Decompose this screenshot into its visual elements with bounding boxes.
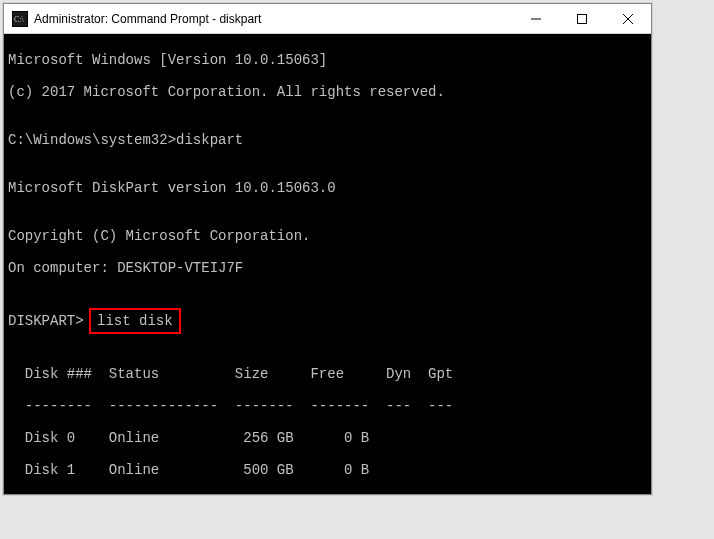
table-row: Disk 0 Online 256 GB 0 B: [8, 430, 647, 446]
diskpart-prompt: DISKPART>: [8, 313, 84, 329]
output-line: Copyright (C) Microsoft Corporation.: [8, 228, 647, 244]
svg-rect-4: [578, 14, 587, 23]
titlebar[interactable]: C:\ Administrator: Command Prompt - disk…: [4, 4, 651, 34]
close-button[interactable]: [605, 4, 651, 33]
window-title: Administrator: Command Prompt - diskpart: [34, 12, 513, 26]
output-line: Microsoft Windows [Version 10.0.15063]: [8, 52, 647, 68]
terminal-area[interactable]: Microsoft Windows [Version 10.0.15063] (…: [4, 34, 651, 494]
output-line: On computer: DESKTOP-VTEIJ7F: [8, 260, 647, 276]
prompt-line: C:\Windows\system32>diskpart: [8, 132, 647, 148]
output-line: Microsoft DiskPart version 10.0.15063.0: [8, 180, 647, 196]
cmd-icon: C:\: [12, 11, 28, 27]
prompt-line: DISKPART> list disk: [8, 308, 647, 334]
svg-text:C:\: C:\: [14, 15, 25, 24]
highlighted-command: list disk: [89, 308, 181, 334]
prompt: C:\Windows\system32>: [8, 132, 176, 148]
window-controls: [513, 4, 651, 33]
table-header: Disk ### Status Size Free Dyn Gpt: [8, 366, 647, 382]
table-row: Disk 1 Online 500 GB 0 B: [8, 462, 647, 478]
minimize-button[interactable]: [513, 4, 559, 33]
command-prompt-window: C:\ Administrator: Command Prompt - disk…: [3, 3, 652, 495]
table-divider: -------- ------------- ------- ------- -…: [8, 398, 647, 414]
command-text: diskpart: [176, 132, 243, 148]
output-line: (c) 2017 Microsoft Corporation. All righ…: [8, 84, 647, 100]
maximize-button[interactable]: [559, 4, 605, 33]
